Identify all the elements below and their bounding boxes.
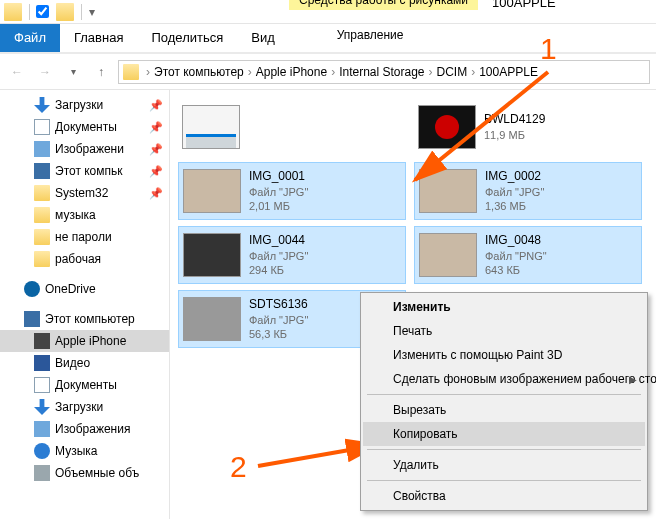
sidebar-item-icon	[34, 333, 50, 349]
qat-folder-icon[interactable]	[56, 3, 74, 21]
nav-back-button[interactable]: ←	[6, 61, 28, 83]
pin-icon: 📌	[149, 121, 163, 134]
address-bar[interactable]: › Этот компьютер › Apple iPhone › Intern…	[118, 60, 650, 84]
qat-checkbox-1[interactable]	[36, 5, 49, 18]
onedrive-icon	[24, 281, 40, 297]
sidebar-item-label: Объемные объ	[55, 466, 139, 480]
context-menu-label: Сделать фоновым изображением рабочего ст…	[393, 372, 656, 386]
sidebar-item-label: Apple iPhone	[55, 334, 126, 348]
sidebar-quick-item[interactable]: System32 📌	[0, 182, 169, 204]
sidebar-item-label: Изображения	[55, 422, 130, 436]
sidebar-this-pc[interactable]: Этот компьютер	[0, 308, 169, 330]
file-tab[interactable]: Файл	[0, 24, 60, 52]
file-tile[interactable]: BWLD4129 11,9 МБ	[414, 98, 642, 156]
sidebar-item-icon	[34, 443, 50, 459]
sidebar-item-icon	[34, 465, 50, 481]
sidebar-quick-item[interactable]: рабочая	[0, 248, 169, 270]
sidebar-item-label: Музыка	[55, 444, 97, 458]
chevron-right-icon[interactable]: ›	[427, 65, 435, 79]
sidebar-thispc-item[interactable]: Apple iPhone	[0, 330, 169, 352]
file-thumbnail	[182, 105, 240, 149]
breadcrumb-segment[interactable]: DCIM	[435, 65, 470, 79]
sidebar-thispc-item[interactable]: Изображения	[0, 418, 169, 440]
sidebar-quick-item[interactable]: Изображени 📌	[0, 138, 169, 160]
sidebar-quick-item[interactable]: Загрузки 📌	[0, 94, 169, 116]
annotation-number-1: 1	[540, 32, 557, 66]
sidebar-thispc-item[interactable]: Музыка	[0, 440, 169, 462]
file-tile[interactable]	[178, 98, 406, 156]
file-type: Файл "PNG"	[485, 249, 547, 263]
qat-dropdown-icon[interactable]: ▾	[85, 5, 99, 19]
context-menu-separator	[367, 449, 641, 450]
file-size: 56,3 КБ	[249, 327, 308, 341]
context-menu-item[interactable]: Свойства	[363, 484, 645, 508]
file-tile[interactable]: IMG_0002 Файл "JPG" 1,36 МБ	[414, 162, 642, 220]
sidebar-item-icon	[34, 399, 50, 415]
breadcrumb-segment[interactable]: Этот компьютер	[152, 65, 246, 79]
breadcrumb-segment[interactable]: 100APPLE	[477, 65, 540, 79]
share-tab[interactable]: Поделиться	[137, 24, 237, 52]
context-menu-item[interactable]: Вырезать	[363, 398, 645, 422]
manage-tab[interactable]: Управление	[319, 24, 422, 52]
pin-icon: 📌	[149, 187, 163, 200]
file-tile[interactable]: IMG_0001 Файл "JPG" 2,01 МБ	[178, 162, 406, 220]
file-name: IMG_0048	[485, 233, 547, 249]
file-thumbnail	[183, 233, 241, 277]
chevron-right-icon[interactable]: ›	[469, 65, 477, 79]
context-menu-label: Удалить	[393, 458, 439, 472]
sidebar-item-label: Видео	[55, 356, 90, 370]
sidebar-thispc-item[interactable]: Объемные объ	[0, 462, 169, 484]
chevron-right-icon[interactable]: ›	[329, 65, 337, 79]
context-menu-label: Вырезать	[393, 403, 446, 417]
sidebar-item-label: музыка	[55, 208, 96, 222]
context-menu-item[interactable]: Изменить	[363, 295, 645, 319]
file-thumbnail	[183, 297, 241, 341]
sidebar-item-icon	[34, 185, 50, 201]
sidebar-item-label: System32	[55, 186, 108, 200]
sidebar-item-label: OneDrive	[45, 282, 96, 296]
context-menu-separator	[367, 480, 641, 481]
breadcrumb-segment[interactable]: Apple iPhone	[254, 65, 329, 79]
pin-icon: 📌	[149, 143, 163, 156]
context-menu-label: Копировать	[393, 427, 458, 441]
sidebar-quick-item[interactable]: не пароли	[0, 226, 169, 248]
sidebar-quick-item[interactable]: музыка	[0, 204, 169, 226]
navigation-pane: Загрузки 📌 Документы 📌 Изображени 📌 Этот…	[0, 90, 170, 519]
file-thumbnail	[419, 169, 477, 213]
sidebar-item-label: рабочая	[55, 252, 101, 266]
file-type: Файл "JPG"	[249, 185, 308, 199]
context-menu-item[interactable]: Печать	[363, 319, 645, 343]
sidebar-onedrive[interactable]: OneDrive	[0, 278, 169, 300]
nav-forward-button[interactable]: →	[34, 61, 56, 83]
context-menu-item[interactable]: Изменить с помощью Paint 3D	[363, 343, 645, 367]
sidebar-thispc-item[interactable]: Документы	[0, 374, 169, 396]
file-type: Файл "JPG"	[249, 313, 308, 327]
breadcrumb-segment[interactable]: Internal Storage	[337, 65, 426, 79]
file-tile[interactable]: IMG_0044 Файл "JPG" 294 КБ	[178, 226, 406, 284]
file-name: IMG_0002	[485, 169, 544, 185]
sidebar-quick-item[interactable]: Этот компьк 📌	[0, 160, 169, 182]
chevron-right-icon: ▶	[629, 374, 637, 385]
chevron-right-icon[interactable]: ›	[144, 65, 152, 79]
view-tab[interactable]: Вид	[237, 24, 289, 52]
window-title: 100APPLE	[478, 0, 570, 10]
sidebar-item-icon	[34, 141, 50, 157]
home-tab[interactable]: Главная	[60, 24, 137, 52]
annotation-number-2: 2	[230, 450, 247, 484]
sidebar-item-icon	[34, 355, 50, 371]
sidebar-thispc-item[interactable]: Загрузки	[0, 396, 169, 418]
sidebar-quick-item[interactable]: Документы 📌	[0, 116, 169, 138]
sidebar-item-icon	[34, 97, 50, 113]
ribbon-tab-strip: Файл Главная Поделиться Вид Управление	[0, 24, 656, 52]
chevron-right-icon[interactable]: ›	[246, 65, 254, 79]
nav-up-button[interactable]: ↑	[90, 61, 112, 83]
nav-recent-dropdown[interactable]: ▾	[62, 61, 84, 83]
file-size: 294 КБ	[249, 263, 308, 277]
context-menu-item[interactable]: Удалить	[363, 453, 645, 477]
sidebar-thispc-item[interactable]: Видео	[0, 352, 169, 374]
file-name: BWLD4129	[484, 112, 545, 128]
context-menu-item[interactable]: Сделать фоновым изображением рабочего ст…	[363, 367, 645, 391]
file-tile[interactable]: IMG_0048 Файл "PNG" 643 КБ	[414, 226, 642, 284]
context-menu-item[interactable]: Копировать	[363, 422, 645, 446]
file-type: Файл "JPG"	[249, 249, 308, 263]
